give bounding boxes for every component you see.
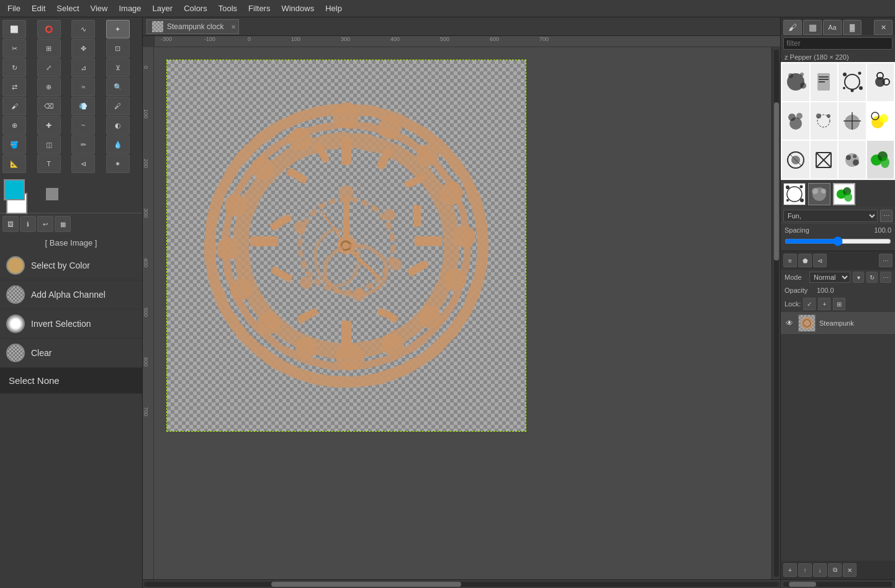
canvas-tab[interactable]: Steampunk clock ✕ [146,19,239,34]
hscroll-track[interactable] [144,582,779,587]
rtab-close[interactable]: ✕ [874,20,893,35]
brush-cell[interactable] [811,63,838,101]
brush-cell[interactable] [867,63,894,101]
tool-undo-history[interactable]: ↩ [37,216,53,232]
tool-scissors[interactable]: ✂ [2,39,26,58]
layer-duplicate-btn[interactable]: ⧉ [828,563,842,577]
tool-fuzzy-select[interactable]: ✦ [106,20,130,38]
menu-layer[interactable]: Layer [148,2,178,14]
refresh-btn[interactable]: ↻ [866,272,878,283]
tool-ink[interactable]: 🖋 [106,97,130,115]
brush-selected-3[interactable] [833,183,855,205]
pattern-swatch[interactable] [46,188,58,200]
menu-file[interactable]: File [2,2,25,14]
bottom-scroll-thumb[interactable] [789,582,816,587]
tool-rect-select[interactable]: ⬜ [2,20,26,38]
tool-flip[interactable]: ⇄ [2,78,26,96]
tool-shear[interactable]: ⊿ [71,58,95,77]
select-by-color-item[interactable]: Select by Color [0,251,142,280]
vertical-scrollbar[interactable] [771,47,780,579]
menu-edit[interactable]: Edit [27,2,50,14]
brush-cell[interactable] [839,63,866,101]
tool-clone[interactable]: ⊕ [2,116,26,135]
lock-paint-btn[interactable]: + [818,298,830,310]
tool-airbrush[interactable]: 💨 [71,97,95,115]
tool-pattern-grid[interactable]: ▦ [55,216,71,232]
tool-bucket[interactable]: 🪣 [2,135,26,154]
brush-cell[interactable] [782,102,809,140]
add-alpha-channel-item[interactable]: Add Alpha Channel [0,280,142,310]
brush-selected-2[interactable] [808,183,830,205]
tab-close-button[interactable]: ✕ [231,23,236,30]
horizontal-scrollbar[interactable] [143,579,780,588]
brush-filter-input[interactable] [783,37,893,50]
tool-info[interactable]: ℹ [20,216,36,232]
rtab-fonts[interactable]: Aa [823,20,842,35]
tool-lasso[interactable]: ∿ [71,20,95,38]
brush-cell[interactable] [811,102,838,140]
tool-pencil[interactable]: ✏ [71,135,95,154]
brush-selected-1[interactable] [783,183,806,205]
tool-ellipse-select[interactable]: ⭕ [37,20,61,38]
layer-tool-layers[interactable]: ≡ [783,254,797,267]
brush-cell[interactable] [782,141,809,179]
menu-help[interactable]: Help [320,2,347,14]
tool-move[interactable]: ✥ [71,39,95,58]
bottom-scroll-track[interactable] [783,582,893,587]
tool-scale[interactable]: ⤢ [37,58,61,77]
tool-heal[interactable]: ✚ [37,116,61,135]
tool-crop[interactable]: ⊡ [106,39,130,58]
layer-new-btn[interactable]: + [783,563,797,577]
brush-cell[interactable] [867,141,894,179]
brush-cell[interactable] [811,141,838,179]
rtab-brushes[interactable]: 🖌 [783,20,802,35]
tool-align[interactable]: ⊞ [37,39,61,58]
layer-tool-extra[interactable]: ⋯ [879,254,893,267]
layer-tool-paths[interactable]: ⊲ [813,254,827,267]
canvas-scroll-area[interactable]: 0 100 200 300 400 500 600 700 [143,47,780,579]
lock-extra-btn[interactable]: ▾ [853,272,864,283]
clear-item[interactable]: Clear [0,339,142,368]
tool-rotate[interactable]: ↻ [2,58,26,77]
canvas-wrapper[interactable] [166,60,526,432]
layer-raise-btn[interactable]: ↑ [798,563,812,577]
menu-filters[interactable]: Filters [243,2,275,14]
tool-path[interactable]: ⊲ [71,154,95,173]
tool-text[interactable]: T [37,154,61,173]
layer-visibility-toggle[interactable]: 👁 [785,318,794,328]
menu-colors[interactable]: Colors [179,2,212,14]
brush-cell[interactable] [867,102,894,140]
bottom-scrollbar[interactable] [781,579,895,588]
menu-view[interactable]: View [86,2,113,14]
invert-selection-item[interactable]: Invert Selection [0,310,142,339]
menu-tools[interactable]: Tools [214,2,242,14]
layer-mode-select[interactable]: Normal [809,272,850,283]
layer-tool-channels[interactable]: ⬟ [798,254,812,267]
tool-measure[interactable]: 📐 [2,154,26,173]
brush-cell[interactable] [839,141,866,179]
layer-item[interactable]: 👁 Steampunk [781,312,895,335]
tool-extra[interactable]: ⁕ [106,154,130,173]
layer-lower-btn[interactable]: ↓ [813,563,827,577]
menu-image[interactable]: Image [114,2,146,14]
foreground-color[interactable] [4,179,25,200]
tool-dodge-burn[interactable]: ◐ [106,116,130,135]
layer-delete-btn[interactable]: ✕ [843,563,857,577]
lock-alpha-btn[interactable]: ✓ [803,298,816,310]
hscroll-thumb[interactable] [271,582,462,587]
lock-move-btn[interactable]: ⊞ [833,298,845,310]
tool-view-image[interactable]: 🖼 [2,216,19,232]
tool-eyedrop[interactable]: 💧 [106,135,130,154]
menu-select[interactable]: Select [52,2,84,14]
vscroll-thumb[interactable] [774,102,779,261]
brush-cell[interactable] [839,102,866,140]
tool-zoom[interactable]: 🔍 [106,78,130,96]
spacing-slider[interactable] [785,236,891,246]
menu-windows[interactable]: Windows [276,2,319,14]
brush-cell[interactable] [782,63,809,101]
rtab-patterns[interactable]: ▦ [803,20,822,35]
tool-paint[interactable]: 🖌 [2,97,26,115]
tag-extra-btn[interactable]: ⋯ [880,210,893,222]
tool-eraser[interactable]: ⌫ [37,97,61,115]
canvas-viewport[interactable] [154,47,771,579]
